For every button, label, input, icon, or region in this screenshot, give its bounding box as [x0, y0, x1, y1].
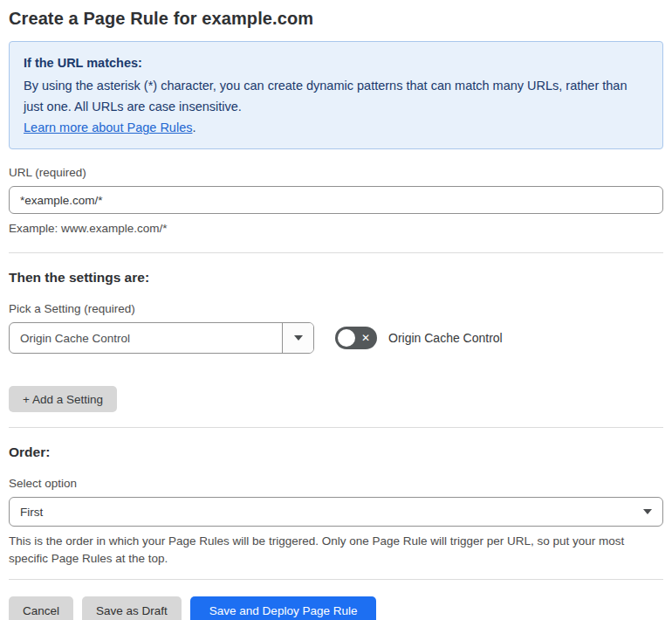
origin-cache-control-toggle[interactable]: ✕	[335, 327, 377, 349]
toggle-label: Origin Cache Control	[388, 331, 503, 345]
order-select-value: First	[20, 506, 643, 519]
toggle-knob	[338, 329, 355, 347]
select-option-label: Select option	[9, 477, 663, 490]
cancel-button[interactable]: Cancel	[9, 596, 73, 620]
divider	[9, 252, 663, 253]
footer-actions: Cancel Save as Draft Save and Deploy Pag…	[9, 596, 663, 620]
divider	[9, 427, 663, 428]
save-and-deploy-button[interactable]: Save and Deploy Page Rule	[190, 596, 377, 620]
order-section-heading: Order:	[9, 444, 663, 460]
info-box-heading: If the URL matches:	[24, 52, 648, 73]
page-title: Create a Page Rule for example.com	[9, 9, 663, 29]
add-setting-button[interactable]: + Add a Setting	[9, 386, 117, 412]
dropdown-arrow-button[interactable]	[282, 323, 313, 353]
info-link-line: Learn more about Page Rules.	[24, 117, 648, 138]
divider	[9, 579, 663, 580]
info-box-body: By using the asterisk (*) character, you…	[24, 75, 648, 117]
chevron-down-icon	[294, 335, 303, 341]
setting-picker-value: Origin Cache Control	[10, 323, 282, 353]
save-as-draft-button[interactable]: Save as Draft	[82, 596, 182, 620]
url-matches-info-box: If the URL matches: By using the asteris…	[9, 41, 663, 149]
link-suffix: .	[192, 121, 195, 134]
url-field-label: URL (required)	[9, 166, 663, 179]
setting-row: Origin Cache Control ✕ Origin Cache Cont…	[9, 322, 663, 354]
setting-picker-dropdown[interactable]: Origin Cache Control	[9, 322, 314, 354]
settings-section-heading: Then the settings are:	[9, 270, 663, 286]
learn-more-link[interactable]: Learn more about Page Rules	[24, 121, 192, 134]
order-helper-text: This is the order in which your Page Rul…	[9, 533, 663, 568]
url-input[interactable]	[9, 186, 663, 214]
x-icon: ✕	[361, 327, 370, 349]
chevron-down-icon	[643, 509, 652, 514]
order-select[interactable]: First	[9, 497, 663, 527]
url-example-helper: Example: www.example.com/*	[9, 220, 663, 238]
pick-setting-label: Pick a Setting (required)	[9, 302, 663, 315]
